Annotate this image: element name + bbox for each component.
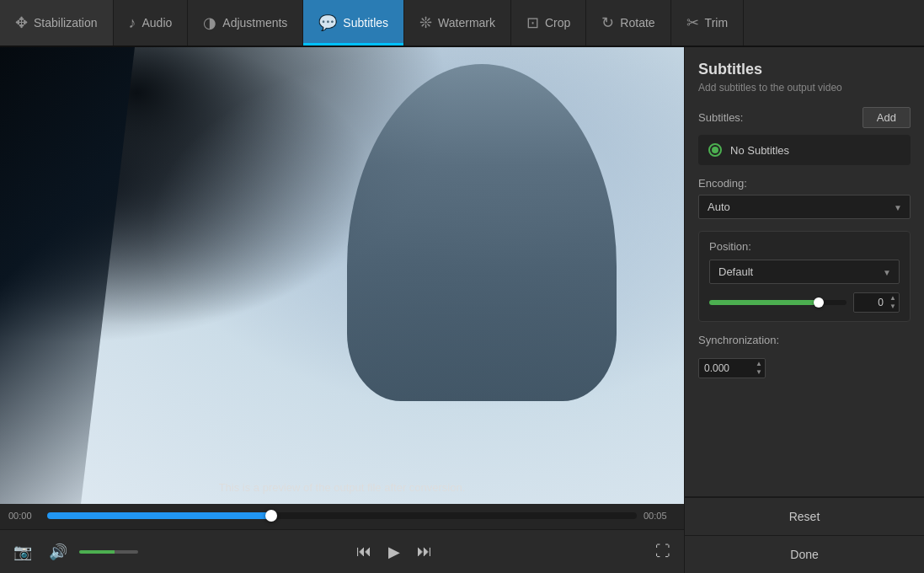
no-subtitles-option[interactable]: No Subtitles [708, 143, 900, 157]
position-label: Position: [709, 240, 900, 253]
toolbar-label-stabilization: Stabilization [34, 16, 98, 29]
main-content: This is a preview of the output file aft… [0, 47, 924, 573]
toolbar-label-audio: Audio [142, 16, 173, 29]
crop-icon: ⊡ [526, 13, 539, 32]
adjustments-icon: ◑ [203, 13, 216, 32]
stabilization-icon: ✥ [15, 13, 28, 32]
position-slider-fill [709, 300, 819, 305]
sync-row: ▲ ▼ [698, 358, 911, 378]
trim-icon: ✂ [686, 13, 699, 32]
panel-content: Subtitles Add subtitles to the output vi… [685, 47, 924, 496]
position-slider-thumb[interactable] [814, 297, 824, 308]
fullscreen-button[interactable]: ⛶ [650, 538, 676, 565]
screenshot-button[interactable]: 📷 [8, 538, 37, 566]
sync-spin-up[interactable]: ▲ [754, 360, 764, 368]
reset-button[interactable]: Reset [685, 497, 924, 535]
toolbar: ✥ Stabilization ♪ Audio ◑ Adjustments 💬 … [0, 0, 924, 47]
position-select[interactable]: Default Top Middle Bottom [709, 260, 900, 284]
toolbar-item-stabilization[interactable]: ✥ Stabilization [0, 0, 114, 46]
video-area: This is a preview of the output file aft… [0, 47, 684, 573]
volume-button[interactable]: 🔊 [44, 538, 72, 566]
rotate-icon: ↻ [601, 13, 614, 32]
timeline-bar-wrap: 00:00 00:05 [8, 511, 676, 521]
audio-icon: ♪ [129, 14, 136, 32]
sync-spin-buttons: ▲ ▼ [754, 358, 764, 378]
toolbar-label-rotate: Rotate [620, 16, 654, 29]
time-total: 00:05 [644, 511, 676, 521]
timeline-thumb[interactable] [265, 510, 277, 522]
sync-field-row: Synchronization: [698, 334, 911, 351]
position-spin-up[interactable]: ▲ [888, 294, 898, 303]
toolbar-label-subtitles: Subtitles [343, 16, 388, 29]
position-section: Position: Default Top Middle Bottom [698, 231, 911, 322]
video-frame: This is a preview of the output file aft… [0, 47, 684, 504]
toolbar-item-trim[interactable]: ✂ Trim [671, 0, 744, 46]
panel-title: Subtitles [698, 61, 911, 78]
panel-footer: Reset Done [685, 496, 924, 573]
preview-text: This is a preview of the output file aft… [219, 481, 466, 494]
position-select-wrap: Default Top Middle Bottom [709, 260, 900, 284]
watermark-icon: ❊ [419, 13, 432, 32]
toolbar-item-adjustments[interactable]: ◑ Adjustments [188, 0, 303, 46]
timeline-progress [47, 512, 271, 519]
no-subtitles-label: No Subtitles [730, 144, 789, 157]
position-slider-row: ▲ ▼ [709, 292, 900, 313]
skip-forward-button[interactable]: ⏭ [412, 538, 437, 565]
subtitles-field-label: Subtitles: [698, 111, 743, 124]
encoding-select[interactable]: Auto UTF-8 UTF-16 ASCII ISO-8859-1 [698, 195, 911, 219]
toolbar-item-crop[interactable]: ⊡ Crop [511, 0, 586, 46]
toolbar-label-trim: Trim [705, 16, 728, 29]
toolbar-item-rotate[interactable]: ↻ Rotate [586, 0, 670, 46]
sync-input-wrap: ▲ ▼ [698, 358, 766, 378]
encoding-label: Encoding: [698, 177, 911, 190]
timeline-area: 00:00 00:05 [0, 504, 684, 529]
timeline-track[interactable] [47, 512, 637, 519]
sync-spin-down[interactable]: ▼ [754, 368, 764, 377]
toolbar-item-audio[interactable]: ♪ Audio [114, 0, 189, 46]
controls-bar: 📷 🔊 ⏮ ▶ ⏭ ⛶ [0, 529, 684, 573]
toolbar-label-adjustments: Adjustments [222, 16, 287, 29]
encoding-select-wrap: Auto UTF-8 UTF-16 ASCII ISO-8859-1 [698, 195, 911, 219]
position-number-wrap: ▲ ▼ [853, 292, 900, 313]
sync-label: Synchronization: [698, 334, 779, 346]
radio-option-area: No Subtitles [698, 135, 911, 165]
position-spin-buttons: ▲ ▼ [888, 292, 898, 313]
toolbar-item-subtitles[interactable]: 💬 Subtitles [303, 0, 404, 46]
subtitles-icon: 💬 [318, 13, 337, 32]
toolbar-label-crop: Crop [545, 16, 570, 29]
position-slider[interactable] [709, 300, 847, 305]
volume-slider[interactable] [79, 550, 138, 554]
play-button[interactable]: ▶ [383, 538, 405, 566]
time-current: 00:00 [8, 511, 40, 521]
done-button[interactable]: Done [685, 535, 924, 573]
add-subtitle-button[interactable]: Add [863, 107, 911, 128]
right-panel: Subtitles Add subtitles to the output vi… [684, 47, 924, 573]
no-subtitles-radio[interactable] [708, 143, 722, 157]
panel-subtitle: Add subtitles to the output video [698, 82, 911, 94]
toolbar-label-watermark: Watermark [438, 16, 495, 29]
subtitles-field-row: Subtitles: Add [698, 107, 911, 128]
toolbar-item-watermark[interactable]: ❊ Watermark [404, 0, 511, 46]
position-spin-down[interactable]: ▼ [888, 303, 898, 311]
skip-back-button[interactable]: ⏮ [351, 538, 377, 565]
